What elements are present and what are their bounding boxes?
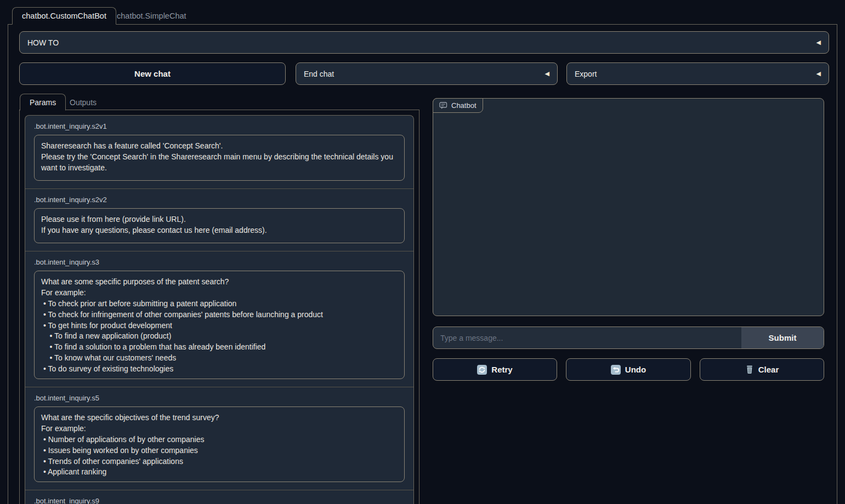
new-chat-button[interactable]: New chat — [19, 62, 286, 85]
tab-chatbot-customchatbot[interactable]: chatbot.CustomChatBot — [12, 7, 116, 25]
param-label: .bot.intent_inquiry.s9 — [34, 497, 405, 504]
tab-params-label: Params — [30, 98, 56, 107]
export-label: Export — [575, 70, 597, 78]
end-chat-label: End chat — [304, 70, 334, 78]
undo-label: Undo — [625, 365, 646, 374]
accordion-arrow-icon: ◀ — [816, 71, 821, 77]
param-field: .bot.intent_inquiry.s3 What are some spe… — [25, 251, 413, 387]
accordion-arrow-icon: ◀ — [545, 71, 549, 77]
param-field: .bot.intent_inquiry.s5 What are the spec… — [25, 387, 413, 490]
accordion-arrow-icon: ◀ — [816, 39, 821, 45]
howto-accordion-label: HOW TO — [27, 38, 59, 47]
tab-outputs[interactable]: Outputs — [60, 94, 106, 111]
param-field: .bot.intent_inquiry.s2v2 Please use it f… — [25, 188, 413, 251]
param-label: .bot.intent_inquiry.s2v1 — [34, 122, 405, 130]
param-textarea-s2v2[interactable]: Please use it from here (provide link UR… — [34, 208, 405, 243]
submit-button[interactable]: Submit — [741, 327, 824, 348]
tab-label: chatbot.CustomChatBot — [22, 12, 106, 20]
param-textarea-s5[interactable]: What are the specific objectives of the … — [34, 406, 405, 482]
trash-icon — [745, 365, 754, 375]
retry-button[interactable]: Retry — [433, 358, 557, 381]
tab-outputs-label: Outputs — [70, 98, 97, 107]
message-input[interactable] — [433, 327, 741, 348]
message-input-row: Submit — [433, 327, 824, 349]
clear-button[interactable]: Clear — [700, 358, 824, 381]
howto-accordion[interactable]: HOW TO ◀ — [19, 31, 829, 54]
chatbot-label: Chatbot — [433, 98, 483, 113]
param-field: .bot.intent_inquiry.s9 — [25, 490, 413, 504]
param-label: .bot.intent_inquiry.s5 — [34, 394, 405, 402]
param-textarea-s2v1[interactable]: Shareresearch has a feature called 'Conc… — [34, 135, 405, 181]
param-textarea-s3[interactable]: What are some specific purposes of the p… — [34, 271, 405, 379]
retry-icon — [477, 365, 487, 375]
tab-chatbot-simplechat[interactable]: chatbot.SimpleChat — [107, 7, 196, 25]
tab-label: chatbot.SimpleChat — [117, 12, 186, 20]
param-field: .bot.intent_inquiry.s2v1 Shareresearch h… — [25, 116, 413, 188]
clear-label: Clear — [758, 365, 779, 374]
undo-button[interactable]: Undo — [566, 358, 691, 381]
chatbot-label-text: Chatbot — [451, 101, 477, 110]
undo-icon — [611, 365, 621, 375]
new-chat-label: New chat — [134, 69, 171, 78]
chat-bubble-icon — [439, 102, 447, 110]
tab-params[interactable]: Params — [20, 94, 66, 111]
export-accordion[interactable]: Export ◀ — [566, 62, 829, 85]
param-label: .bot.intent_inquiry.s3 — [34, 258, 405, 266]
param-label: .bot.intent_inquiry.s2v2 — [34, 196, 405, 204]
retry-label: Retry — [491, 365, 512, 374]
params-form: .bot.intent_inquiry.s2v1 Shareresearch h… — [25, 115, 414, 504]
chatbot-panel: Chatbot — [433, 98, 824, 316]
end-chat-accordion[interactable]: End chat ◀ — [296, 62, 558, 85]
